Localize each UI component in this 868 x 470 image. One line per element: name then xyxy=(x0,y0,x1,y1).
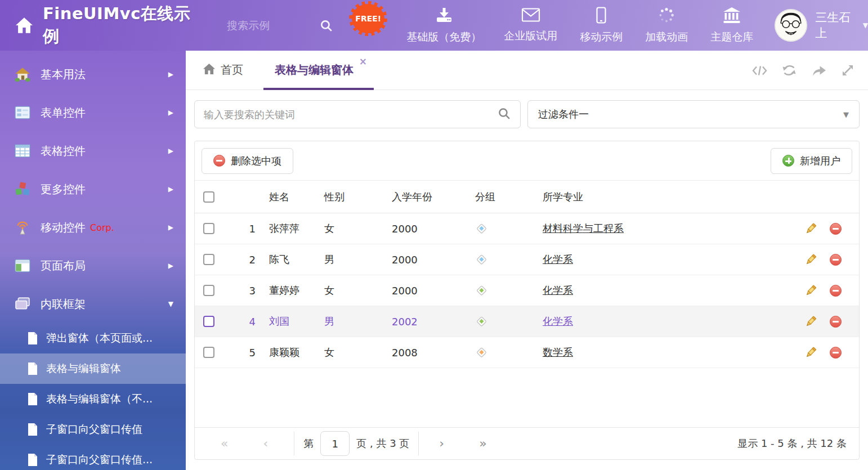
sidebar-item-form-controls[interactable]: 表单控件 ▶ xyxy=(0,93,186,132)
grid-empty-area xyxy=(195,368,859,427)
sidebar-subitem-grid-edit-window[interactable]: 表格与编辑窗体 xyxy=(0,353,186,384)
cell-name: 陈飞 xyxy=(256,253,322,266)
chevron-right-icon: ▶ xyxy=(168,147,173,155)
sidebar-item-more-controls[interactable]: 更多控件 ▶ xyxy=(0,170,186,208)
header-search-input[interactable] xyxy=(227,19,311,32)
nav-item-theme-repo[interactable]: 主题仓库 xyxy=(710,7,753,44)
share-icon[interactable] xyxy=(811,64,826,77)
sidebar-subitem-child-to-parent[interactable]: 子窗口向父窗口传值 xyxy=(0,414,186,445)
page-number-input[interactable] xyxy=(320,431,350,456)
cell-name: 张萍萍 xyxy=(256,222,322,235)
home-icon xyxy=(15,66,30,82)
sidebar-item-basic-usage[interactable]: 基本用法 ▶ xyxy=(0,55,186,93)
next-page-icon[interactable]: › xyxy=(439,437,444,450)
page-prefix: 第 xyxy=(303,437,314,450)
select-all-checkbox[interactable] xyxy=(203,191,214,203)
major-link[interactable]: 数学系 xyxy=(543,346,573,358)
edit-pencil-icon[interactable] xyxy=(804,346,817,359)
delete-row-icon[interactable] xyxy=(830,316,842,328)
major-link[interactable]: 化学系 xyxy=(543,253,573,265)
file-icon xyxy=(27,392,38,406)
row-number: 3 xyxy=(223,285,256,297)
prev-page-icon[interactable]: ‹ xyxy=(263,437,268,450)
sidebar-subitem-grid-edit-window-2[interactable]: 表格与编辑窗体（不... xyxy=(0,384,186,414)
row-checkbox[interactable] xyxy=(203,254,214,265)
tab-home[interactable]: 首页 xyxy=(203,62,243,78)
sidebar-item-iframe[interactable]: 内联框架 ▼ xyxy=(0,285,186,323)
form-icon xyxy=(15,105,30,120)
major-link[interactable]: 材料科学与工程系 xyxy=(543,222,624,234)
user-menu[interactable]: 三生石上 ▼ xyxy=(775,9,868,42)
delete-row-icon[interactable] xyxy=(830,285,842,297)
pagination-bar: « ‹ 第 页 , 共 3 页 › » 显示 1 - 5 条 , 共 12 条 xyxy=(195,427,859,459)
nav-item-loading-animation[interactable]: 加载动画 xyxy=(645,7,688,44)
refresh-icon[interactable] xyxy=(782,64,797,77)
cell-name: 刘国 xyxy=(256,315,322,328)
sidebar-subitem-popup-window[interactable]: 弹出窗体（本页面或... xyxy=(0,323,186,353)
sidebar-subitem-label: 弹出窗体（本页面或... xyxy=(46,331,153,346)
delete-row-icon[interactable] xyxy=(830,223,842,235)
row-checkbox[interactable] xyxy=(203,223,214,234)
header-search xyxy=(227,19,333,33)
add-user-button[interactable]: 新增用户 xyxy=(771,148,852,174)
row-checkbox[interactable] xyxy=(203,316,214,327)
filter-dropdown[interactable]: 过滤条件一 ▼ xyxy=(527,100,860,128)
mobile-icon xyxy=(596,7,606,26)
delete-row-icon[interactable] xyxy=(830,347,842,359)
code-icon[interactable] xyxy=(752,64,767,77)
top-header: FineUIMvc在线示例 FREE! 基础版（免费） 企业版试用 移动示例 xyxy=(0,0,868,51)
minus-circle-icon xyxy=(213,155,225,167)
chevron-right-icon: ▶ xyxy=(168,109,173,117)
corp-badge: Corp. xyxy=(90,222,114,233)
sidebar-subitem-label: 表格与编辑窗体 xyxy=(46,361,121,376)
tab-grid-edit-window[interactable]: 表格与编辑窗体 × xyxy=(270,51,358,90)
edit-pencil-icon[interactable] xyxy=(804,315,817,328)
filter-row: 过滤条件一 ▼ xyxy=(194,100,860,128)
major-link[interactable]: 化学系 xyxy=(543,284,573,296)
home-icon xyxy=(203,63,216,77)
tab-label: 表格与编辑窗体 xyxy=(275,62,354,78)
delete-selected-label: 删除选中项 xyxy=(231,154,281,168)
major-link[interactable]: 化学系 xyxy=(543,315,573,327)
nav-label: 移动示例 xyxy=(580,30,623,44)
row-checkbox[interactable] xyxy=(203,347,214,358)
chevron-right-icon: ▶ xyxy=(168,223,173,231)
tab-bar: 首页 表格与编辑窗体 × xyxy=(186,51,868,90)
nav-item-enterprise-trial[interactable]: 企业版试用 xyxy=(504,7,557,43)
table-row: 2 陈飞 男 2000 化学系 xyxy=(195,244,859,275)
nav-label: 企业版试用 xyxy=(504,29,557,43)
sidebar-item-grid-controls[interactable]: 表格控件 ▶ xyxy=(0,132,186,170)
close-icon[interactable]: × xyxy=(359,56,367,67)
delete-row-icon[interactable] xyxy=(830,254,842,266)
cubes-icon xyxy=(15,181,30,197)
grid-search-input[interactable] xyxy=(204,109,497,120)
brand-home-icon[interactable] xyxy=(15,17,34,34)
grid-panel: 删除选中项 新增用户 姓名 性别 入学年份 分组 所学专业 1 张萍萍 女 20… xyxy=(194,141,860,460)
expand-icon[interactable] xyxy=(841,64,854,77)
envelope-icon xyxy=(521,7,540,25)
first-page-icon[interactable]: « xyxy=(221,437,228,450)
col-header-group: 分组 xyxy=(473,190,540,204)
table-row: 3 董婷婷 女 2000 化学系 xyxy=(195,275,859,306)
last-page-icon[interactable]: » xyxy=(479,437,486,450)
delete-selected-button[interactable]: 删除选中项 xyxy=(202,148,293,174)
sidebar-item-mobile-controls[interactable]: 移动控件 Corp. ▶ xyxy=(0,208,186,247)
search-icon[interactable] xyxy=(319,19,333,33)
layout-icon xyxy=(15,258,30,274)
tag-icon xyxy=(475,252,488,267)
edit-pencil-icon[interactable] xyxy=(804,284,817,297)
filter-dropdown-value: 过滤条件一 xyxy=(538,108,843,121)
sidebar-item-page-layout[interactable]: 页面布局 ▶ xyxy=(0,247,186,285)
search-icon[interactable] xyxy=(497,106,511,123)
nav-item-basic-edition[interactable]: 基础版（免费） xyxy=(406,7,481,44)
sidebar-subitem-child-to-parent-2[interactable]: 子窗口向父窗口传值... xyxy=(0,445,186,470)
row-checkbox[interactable] xyxy=(203,285,214,296)
tag-icon xyxy=(475,221,488,236)
edit-pencil-icon[interactable] xyxy=(804,253,817,266)
edit-pencil-icon[interactable] xyxy=(804,222,817,235)
nav-item-mobile-demo[interactable]: 移动示例 xyxy=(580,7,623,44)
frames-icon xyxy=(15,296,30,312)
header-nav: 基础版（免费） 企业版试用 移动示例 加载动画 主题仓库 xyxy=(406,7,753,44)
nav-label: 基础版（免费） xyxy=(406,30,481,44)
cell-name: 康颖颖 xyxy=(256,346,322,359)
